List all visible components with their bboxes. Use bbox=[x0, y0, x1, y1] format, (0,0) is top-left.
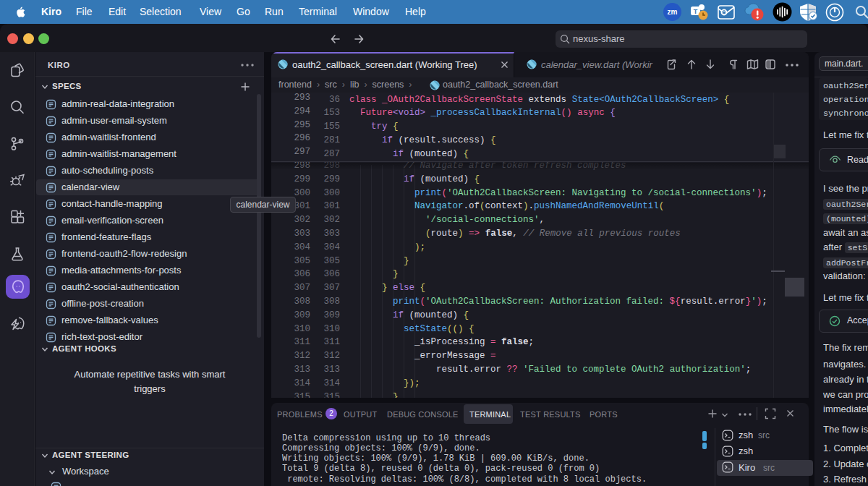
svg-text:O: O bbox=[722, 9, 726, 16]
svg-text:T: T bbox=[694, 8, 698, 15]
